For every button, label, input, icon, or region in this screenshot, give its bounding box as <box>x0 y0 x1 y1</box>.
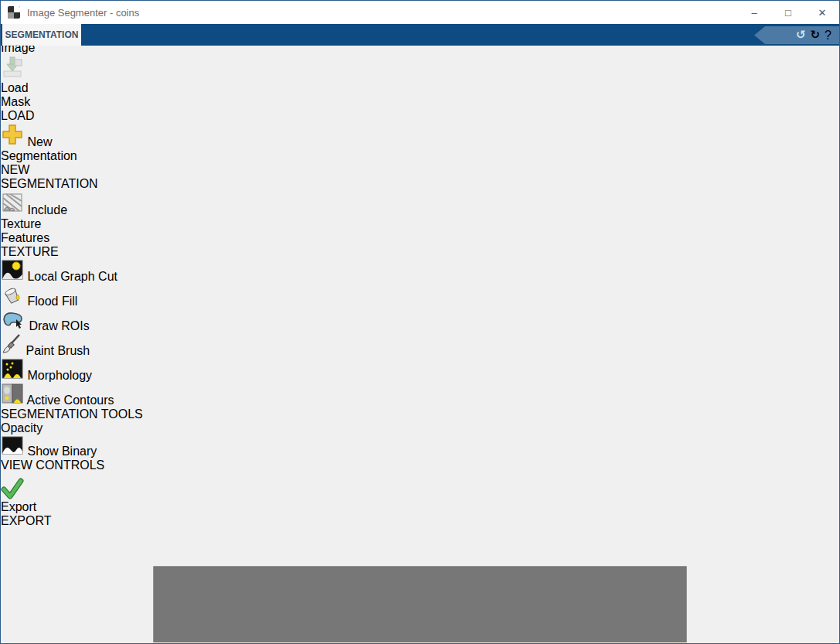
morphology-icon <box>1 369 27 382</box>
window-controls: – □ ✕ <box>737 1 839 24</box>
tool-label: Paint <box>26 344 53 357</box>
new-segmentation-label-2: Segmentation <box>1 149 77 162</box>
draw-rois-tool[interactable]: Draw ROIs <box>1 308 839 333</box>
paint-brush-icon <box>1 344 26 357</box>
include-texture-features-button[interactable]: Include Texture Features <box>1 191 73 245</box>
flood-fill-tool[interactable]: Flood Fill <box>1 284 839 308</box>
tool-label: Active <box>27 394 61 407</box>
tool-label: Contours <box>64 394 114 407</box>
image-segmenter-window: Image Segmenter - coins – □ ✕ SEGMENTATI… <box>0 0 840 644</box>
redo-icon[interactable]: ↻ <box>811 29 821 41</box>
export-button[interactable]: Export <box>1 472 839 514</box>
paint-brush-tool[interactable]: Paint Brush <box>1 333 839 358</box>
export-label: Export <box>1 500 36 513</box>
flood-fill-icon <box>1 295 27 308</box>
active-contours-icon <box>1 394 27 407</box>
show-binary-label-2: Binary <box>62 445 97 458</box>
local-graph-cut-icon <box>1 270 27 283</box>
tool-label: ROIs <box>61 319 89 332</box>
ribbon-tab-bar: SEGMENTATION ↺ ↻ ? <box>1 24 839 46</box>
quick-access-toolbar: ↺ ↻ ? <box>754 26 839 44</box>
undo-icon[interactable]: ↺ <box>796 29 806 41</box>
new-segmentation-label-1: New <box>27 135 52 148</box>
new-segmentation-icon <box>1 135 27 148</box>
tool-label: Brush <box>57 344 90 357</box>
section-label-view-controls: VIEW CONTROLS <box>1 458 132 472</box>
tool-label: Fill <box>62 295 77 308</box>
new-segmentation-button[interactable]: New Segmentation <box>1 123 81 163</box>
title-bar: Image Segmenter - coins – □ ✕ <box>1 1 839 24</box>
section-label-new-segmentation: NEW SEGMENTATION <box>1 163 82 191</box>
load-mask-label-2: Mask <box>1 95 30 108</box>
active-contours-tool[interactable]: Active Contours <box>1 383 839 407</box>
help-icon[interactable]: ? <box>825 29 831 43</box>
tool-label: Flood <box>27 295 58 308</box>
section-label-load: LOAD <box>1 109 83 123</box>
export-check-icon <box>1 472 839 500</box>
minimize-button[interactable]: – <box>737 1 771 24</box>
show-binary-button[interactable]: Show Binary <box>1 435 839 458</box>
load-mask-button: Load Mask <box>1 55 36 109</box>
load-mask-icon <box>1 67 24 80</box>
load-mask-label-1: Load <box>1 81 29 94</box>
window-title: Image Segmenter - coins <box>27 7 139 19</box>
tool-label: Graph Cut <box>60 270 117 283</box>
app-icon <box>8 6 20 19</box>
show-binary-label-1: Show <box>27 445 58 458</box>
ribbon-toolbar: Load Image Load Mask LOAD New Segmentati… <box>1 1 839 644</box>
show-binary-icon <box>1 445 27 458</box>
texture-icon <box>1 203 27 216</box>
tool-label: Draw <box>29 319 57 332</box>
tool-label: Morphology <box>27 369 92 382</box>
section-label-texture: TEXTURE <box>1 245 74 259</box>
local-graph-cut-tool[interactable]: Local Graph Cut <box>1 259 839 284</box>
maximize-button[interactable]: □ <box>771 1 805 24</box>
opacity-label: Opacity <box>1 421 839 435</box>
section-label-export: EXPORT <box>1 514 39 528</box>
tab-segmentation[interactable]: SEGMENTATION <box>2 24 81 46</box>
draw-rois-icon <box>1 319 29 332</box>
section-label-segmentation-tools: SEGMENTATION TOOLS <box>1 407 381 421</box>
tool-label: Local <box>27 270 56 283</box>
collapse-ribbon-icon[interactable] <box>1 528 839 644</box>
segmentation-tools-gallery: Local Graph Cut Flood Fill Draw ROIs <box>1 259 839 407</box>
texture-label-2: Features <box>1 231 49 244</box>
close-button[interactable]: ✕ <box>805 1 839 24</box>
morphology-tool[interactable]: Morphology <box>1 358 839 383</box>
